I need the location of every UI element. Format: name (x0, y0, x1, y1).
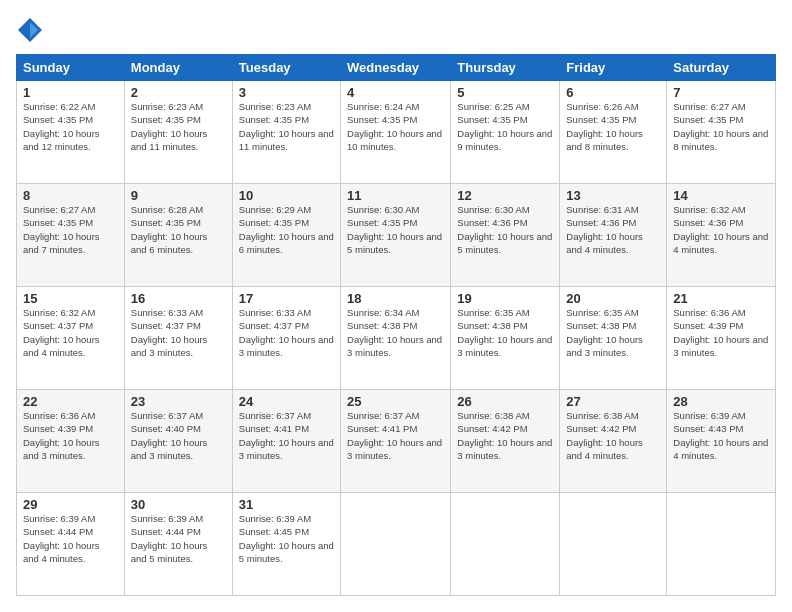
day-info: Sunrise: 6:23 AMSunset: 4:35 PMDaylight:… (239, 100, 334, 153)
calendar-cell: 5Sunrise: 6:25 AMSunset: 4:35 PMDaylight… (451, 81, 560, 184)
calendar-table: SundayMondayTuesdayWednesdayThursdayFrid… (16, 54, 776, 596)
calendar-cell: 3Sunrise: 6:23 AMSunset: 4:35 PMDaylight… (232, 81, 340, 184)
day-info: Sunrise: 6:25 AMSunset: 4:35 PMDaylight:… (457, 100, 553, 153)
day-info: Sunrise: 6:39 AMSunset: 4:44 PMDaylight:… (23, 512, 118, 565)
weekday-header-row: SundayMondayTuesdayWednesdayThursdayFrid… (17, 55, 776, 81)
calendar-cell: 6Sunrise: 6:26 AMSunset: 4:35 PMDaylight… (560, 81, 667, 184)
day-number: 25 (347, 394, 444, 409)
day-info: Sunrise: 6:32 AMSunset: 4:37 PMDaylight:… (23, 306, 118, 359)
calendar-cell: 28Sunrise: 6:39 AMSunset: 4:43 PMDayligh… (667, 390, 776, 493)
weekday-header-wednesday: Wednesday (341, 55, 451, 81)
calendar-cell: 30Sunrise: 6:39 AMSunset: 4:44 PMDayligh… (124, 493, 232, 596)
week-row-4: 22Sunrise: 6:36 AMSunset: 4:39 PMDayligh… (17, 390, 776, 493)
day-number: 27 (566, 394, 660, 409)
day-info: Sunrise: 6:32 AMSunset: 4:36 PMDaylight:… (673, 203, 769, 256)
header (16, 16, 776, 44)
day-info: Sunrise: 6:38 AMSunset: 4:42 PMDaylight:… (566, 409, 660, 462)
day-number: 17 (239, 291, 334, 306)
calendar-cell: 8Sunrise: 6:27 AMSunset: 4:35 PMDaylight… (17, 184, 125, 287)
calendar-cell: 18Sunrise: 6:34 AMSunset: 4:38 PMDayligh… (341, 287, 451, 390)
day-number: 31 (239, 497, 334, 512)
calendar-cell (560, 493, 667, 596)
day-info: Sunrise: 6:39 AMSunset: 4:44 PMDaylight:… (131, 512, 226, 565)
day-info: Sunrise: 6:34 AMSunset: 4:38 PMDaylight:… (347, 306, 444, 359)
day-info: Sunrise: 6:27 AMSunset: 4:35 PMDaylight:… (673, 100, 769, 153)
week-row-1: 1Sunrise: 6:22 AMSunset: 4:35 PMDaylight… (17, 81, 776, 184)
weekday-header-sunday: Sunday (17, 55, 125, 81)
day-info: Sunrise: 6:39 AMSunset: 4:45 PMDaylight:… (239, 512, 334, 565)
day-number: 29 (23, 497, 118, 512)
calendar-cell: 10Sunrise: 6:29 AMSunset: 4:35 PMDayligh… (232, 184, 340, 287)
weekday-header-saturday: Saturday (667, 55, 776, 81)
calendar-cell: 21Sunrise: 6:36 AMSunset: 4:39 PMDayligh… (667, 287, 776, 390)
day-number: 11 (347, 188, 444, 203)
day-number: 22 (23, 394, 118, 409)
day-info: Sunrise: 6:33 AMSunset: 4:37 PMDaylight:… (239, 306, 334, 359)
day-number: 10 (239, 188, 334, 203)
logo-icon (16, 16, 44, 44)
calendar-cell: 12Sunrise: 6:30 AMSunset: 4:36 PMDayligh… (451, 184, 560, 287)
day-info: Sunrise: 6:29 AMSunset: 4:35 PMDaylight:… (239, 203, 334, 256)
day-info: Sunrise: 6:37 AMSunset: 4:41 PMDaylight:… (239, 409, 334, 462)
day-number: 20 (566, 291, 660, 306)
day-info: Sunrise: 6:36 AMSunset: 4:39 PMDaylight:… (23, 409, 118, 462)
calendar-cell: 2Sunrise: 6:23 AMSunset: 4:35 PMDaylight… (124, 81, 232, 184)
day-number: 12 (457, 188, 553, 203)
day-number: 14 (673, 188, 769, 203)
calendar-cell: 14Sunrise: 6:32 AMSunset: 4:36 PMDayligh… (667, 184, 776, 287)
calendar-cell: 9Sunrise: 6:28 AMSunset: 4:35 PMDaylight… (124, 184, 232, 287)
calendar-cell (667, 493, 776, 596)
calendar-cell: 15Sunrise: 6:32 AMSunset: 4:37 PMDayligh… (17, 287, 125, 390)
day-info: Sunrise: 6:36 AMSunset: 4:39 PMDaylight:… (673, 306, 769, 359)
day-info: Sunrise: 6:22 AMSunset: 4:35 PMDaylight:… (23, 100, 118, 153)
day-info: Sunrise: 6:23 AMSunset: 4:35 PMDaylight:… (131, 100, 226, 153)
day-number: 7 (673, 85, 769, 100)
day-number: 21 (673, 291, 769, 306)
calendar-cell: 23Sunrise: 6:37 AMSunset: 4:40 PMDayligh… (124, 390, 232, 493)
calendar-cell: 11Sunrise: 6:30 AMSunset: 4:35 PMDayligh… (341, 184, 451, 287)
calendar-cell: 17Sunrise: 6:33 AMSunset: 4:37 PMDayligh… (232, 287, 340, 390)
day-info: Sunrise: 6:27 AMSunset: 4:35 PMDaylight:… (23, 203, 118, 256)
day-number: 18 (347, 291, 444, 306)
day-info: Sunrise: 6:33 AMSunset: 4:37 PMDaylight:… (131, 306, 226, 359)
logo (16, 16, 48, 44)
weekday-header-friday: Friday (560, 55, 667, 81)
day-info: Sunrise: 6:30 AMSunset: 4:35 PMDaylight:… (347, 203, 444, 256)
calendar-cell: 20Sunrise: 6:35 AMSunset: 4:38 PMDayligh… (560, 287, 667, 390)
calendar-cell: 16Sunrise: 6:33 AMSunset: 4:37 PMDayligh… (124, 287, 232, 390)
day-number: 5 (457, 85, 553, 100)
calendar-cell: 1Sunrise: 6:22 AMSunset: 4:35 PMDaylight… (17, 81, 125, 184)
page: SundayMondayTuesdayWednesdayThursdayFrid… (0, 0, 792, 612)
day-number: 8 (23, 188, 118, 203)
day-info: Sunrise: 6:28 AMSunset: 4:35 PMDaylight:… (131, 203, 226, 256)
calendar-cell: 13Sunrise: 6:31 AMSunset: 4:36 PMDayligh… (560, 184, 667, 287)
calendar-cell: 26Sunrise: 6:38 AMSunset: 4:42 PMDayligh… (451, 390, 560, 493)
calendar-cell (341, 493, 451, 596)
day-number: 15 (23, 291, 118, 306)
week-row-5: 29Sunrise: 6:39 AMSunset: 4:44 PMDayligh… (17, 493, 776, 596)
day-number: 4 (347, 85, 444, 100)
day-number: 24 (239, 394, 334, 409)
day-number: 23 (131, 394, 226, 409)
day-info: Sunrise: 6:35 AMSunset: 4:38 PMDaylight:… (457, 306, 553, 359)
weekday-header-thursday: Thursday (451, 55, 560, 81)
day-info: Sunrise: 6:30 AMSunset: 4:36 PMDaylight:… (457, 203, 553, 256)
day-number: 19 (457, 291, 553, 306)
calendar-cell: 25Sunrise: 6:37 AMSunset: 4:41 PMDayligh… (341, 390, 451, 493)
week-row-3: 15Sunrise: 6:32 AMSunset: 4:37 PMDayligh… (17, 287, 776, 390)
weekday-header-tuesday: Tuesday (232, 55, 340, 81)
calendar-cell (451, 493, 560, 596)
calendar-cell: 29Sunrise: 6:39 AMSunset: 4:44 PMDayligh… (17, 493, 125, 596)
day-info: Sunrise: 6:39 AMSunset: 4:43 PMDaylight:… (673, 409, 769, 462)
day-number: 28 (673, 394, 769, 409)
day-number: 2 (131, 85, 226, 100)
day-number: 6 (566, 85, 660, 100)
weekday-header-monday: Monday (124, 55, 232, 81)
day-number: 30 (131, 497, 226, 512)
day-info: Sunrise: 6:37 AMSunset: 4:41 PMDaylight:… (347, 409, 444, 462)
day-info: Sunrise: 6:31 AMSunset: 4:36 PMDaylight:… (566, 203, 660, 256)
calendar-cell: 22Sunrise: 6:36 AMSunset: 4:39 PMDayligh… (17, 390, 125, 493)
calendar-cell: 19Sunrise: 6:35 AMSunset: 4:38 PMDayligh… (451, 287, 560, 390)
day-number: 16 (131, 291, 226, 306)
day-number: 1 (23, 85, 118, 100)
